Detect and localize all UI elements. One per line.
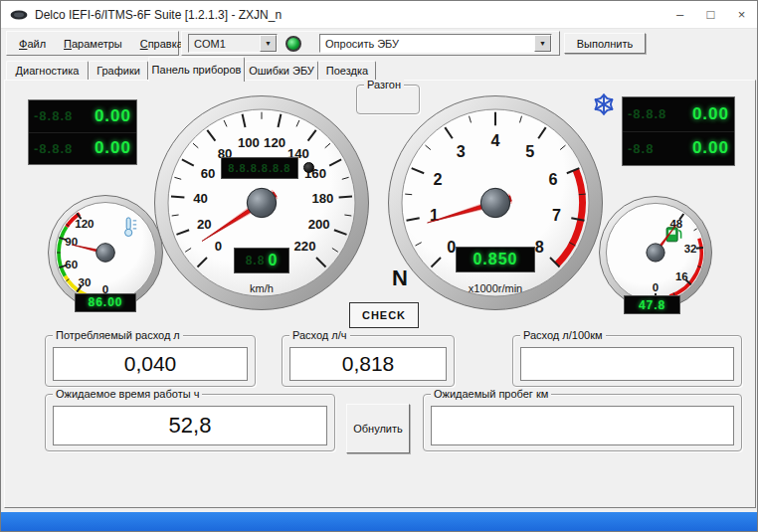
led-ghost-segments: 8.8.8.8.8.8: [228, 162, 290, 174]
taskbar-strip: [1, 512, 758, 532]
svg-text:60: 60: [201, 166, 216, 181]
speed-value: 0: [268, 252, 278, 269]
consumed-fuel-value: 0,040: [53, 347, 248, 381]
app-icon: [10, 9, 28, 21]
svg-text:100: 100: [238, 135, 260, 150]
svg-text:7: 7: [552, 206, 561, 224]
tachometer-dial: 012345678: [388, 95, 603, 310]
svg-text:2: 2: [434, 170, 443, 188]
svg-text:30: 30: [78, 275, 91, 288]
expected-range-value: [431, 406, 734, 445]
svg-text:0: 0: [447, 238, 456, 256]
svg-text:4: 4: [490, 131, 499, 149]
flow-per-hour-value: 0,818: [289, 347, 447, 381]
speed-unit-label: km/h: [154, 282, 369, 294]
svg-text:16: 16: [675, 270, 688, 282]
gear-indicator: N: [383, 266, 417, 295]
led-ghost-segments: -8.8: [628, 141, 654, 156]
chevron-down-icon[interactable]: ▼: [534, 35, 551, 52]
svg-text:3: 3: [457, 142, 466, 160]
led-ghost-segments: -8.8.8: [628, 106, 666, 121]
led-row: -8.8.8 0.00: [29, 132, 136, 165]
rpm-unit-label: x1000r/min: [388, 282, 603, 294]
group-label: Расход л/ч: [289, 329, 350, 341]
led-display-left: -8.8.8 0.00 -8.8.8 0.00: [28, 99, 137, 165]
svg-text:6: 6: [548, 170, 557, 188]
odometer-display: 8.8.8.8.8.8: [221, 157, 298, 180]
svg-text:220: 220: [293, 239, 315, 254]
fuel-dial: 0163248: [599, 196, 712, 309]
svg-text:120: 120: [75, 217, 94, 230]
led-display-right: -8.8.8 0.00 -8.8 0.00: [622, 96, 735, 166]
connection-status-led: [285, 36, 301, 52]
check-button[interactable]: CHECK: [349, 302, 419, 328]
trip-reset-knob[interactable]: [303, 162, 314, 173]
led-ghost-segments: -8.8.8: [34, 141, 73, 156]
led-row: -8.8.8 0.00: [29, 100, 136, 132]
rpm-value: 0.850: [473, 251, 517, 268]
command-select[interactable]: Опросить ЭБУ ▼: [319, 34, 552, 53]
coolant-digital-display: 86.00: [75, 293, 137, 313]
app-window: Delco IEFI-6/ITMS-6F Suite [1.2.1.3] - Z…: [0, 0, 758, 532]
flow-per-100km-value: [520, 347, 734, 381]
toolbar: COM1 ▼ Опросить ЭБУ ▼: [181, 31, 560, 56]
svg-text:40: 40: [193, 191, 208, 206]
svg-text:32: 32: [684, 243, 697, 255]
led-row: -8.8.8 0.00: [623, 97, 734, 131]
reset-button[interactable]: Обнулить: [346, 404, 410, 453]
window-title: Delco IEFI-6/ITMS-6F Suite [1.2.1.3] - Z…: [35, 8, 282, 22]
title-bar: Delco IEFI-6/ITMS-6F Suite [1.2.1.3] - Z…: [1, 1, 757, 29]
led-value: 0.00: [95, 106, 131, 126]
group-label: Потребляемый расход л: [53, 329, 183, 341]
menu-bar: Файл Параметры Справка: [6, 31, 179, 56]
speedometer-gauge: 020406080100120140160180200220 8.8.8.8.8…: [154, 95, 369, 310]
tab-trip[interactable]: Поездка: [318, 61, 376, 80]
tab-graphs[interactable]: Графики: [89, 61, 148, 80]
tab-diagnostics[interactable]: Диагностика: [6, 61, 89, 80]
led-value: 0.00: [95, 138, 131, 158]
command-value: Опросить ЭБУ: [320, 35, 534, 52]
menu-file[interactable]: Файл: [10, 37, 55, 51]
execute-button[interactable]: Выполнить: [564, 33, 646, 54]
group-consumed-fuel: Потребляемый расход л 0,040: [45, 335, 256, 387]
group-flow-per-hour: Расход л/ч 0,818: [282, 335, 455, 387]
snowflake-icon: [592, 92, 616, 116]
svg-text:180: 180: [311, 191, 333, 206]
group-label: Ожидаемый пробег км: [431, 388, 551, 400]
com-port-value: COM1: [189, 35, 260, 52]
minimize-button[interactable]: –: [664, 1, 695, 28]
fuel-gauge: 0163248 47.8: [599, 196, 712, 309]
fuel-value: 47.8: [639, 298, 665, 312]
group-label: Расход л/100км: [520, 329, 606, 341]
svg-text:200: 200: [308, 217, 330, 232]
speed-digital-display: 8.8 0: [234, 248, 289, 273]
group-flow-per-100km: Расход л/100км: [512, 335, 742, 387]
window-controls: – □ ×: [664, 1, 757, 28]
svg-text:5: 5: [525, 142, 534, 160]
group-label: Разгон: [364, 79, 404, 90]
tab-ecu-errors[interactable]: Ошибки ЭБУ: [245, 61, 318, 80]
time-remaining-value: 52,8: [53, 406, 327, 445]
chevron-down-icon[interactable]: ▼: [260, 35, 277, 52]
maximize-button[interactable]: □: [695, 1, 726, 28]
rpm-digital-display: 0.850: [456, 247, 535, 272]
com-port-select[interactable]: COM1 ▼: [188, 34, 278, 53]
speedometer-dial: 020406080100120140160180200220: [154, 95, 369, 310]
coolant-value: 86.00: [88, 295, 122, 309]
led-ghost-segments: 8.8: [246, 254, 266, 267]
svg-text:0: 0: [215, 239, 222, 254]
led-value: 0.00: [692, 138, 729, 158]
led-ghost-segments: -8.8.8: [34, 108, 73, 123]
led-value: 0.00: [692, 104, 729, 124]
group-acceleration: Разгон: [356, 85, 420, 114]
svg-text:20: 20: [197, 217, 212, 232]
fuel-digital-display: 47.8: [624, 295, 680, 314]
svg-text:60: 60: [65, 258, 78, 270]
tab-instrument-panel[interactable]: Панель приборов: [148, 57, 245, 82]
led-row: -8.8 0.00: [623, 131, 734, 166]
tachometer-gauge: 012345678 0.850 x1000r/min: [388, 95, 603, 310]
svg-text:8: 8: [535, 238, 544, 256]
close-button[interactable]: ×: [726, 1, 757, 28]
menu-parameters[interactable]: Параметры: [55, 37, 131, 51]
group-expected-range: Ожидаемый пробег км: [423, 394, 742, 451]
